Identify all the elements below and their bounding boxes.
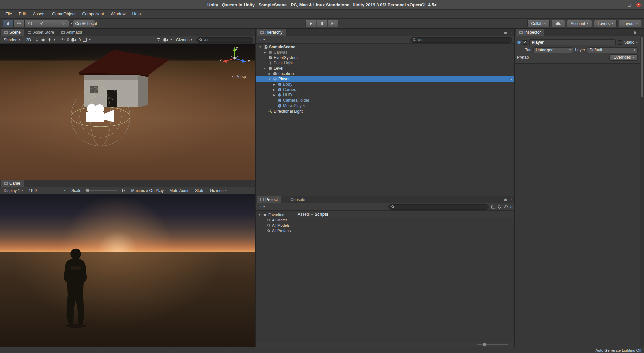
foldout-arrow[interactable]: ▼ — [263, 67, 267, 70]
hierarchy-item-camera[interactable]: ▶Camera — [256, 87, 514, 92]
project-tab-project[interactable]: Project — [257, 196, 281, 203]
scene-camera-icon[interactable] — [71, 38, 76, 42]
shading-mode-dropdown[interactable]: Shaded▾ — [2, 36, 22, 43]
layers-button[interactable]: Layers▾ — [594, 20, 617, 27]
grid-toggle-icon[interactable] — [83, 38, 87, 42]
hierarchy-item-hud[interactable]: ▶HUD — [256, 92, 514, 98]
panel-menu-icon[interactable]: ⋮ — [509, 30, 513, 34]
scene-tab-asset-store[interactable]: Asset Store — [24, 29, 58, 36]
perspective-toggle[interactable]: < Persp — [232, 74, 246, 79]
foldout-arrow[interactable]: ▼ — [267, 78, 272, 81]
hidden-objects-icon[interactable] — [60, 38, 65, 41]
step-button[interactable] — [328, 20, 339, 27]
2d-toggle[interactable]: 2D — [24, 36, 33, 43]
space-button[interactable]: Local — [84, 20, 95, 27]
auto-generate-lighting-button[interactable]: Auto Generate Lighting Off — [595, 348, 641, 352]
rect-tool[interactable] — [47, 20, 58, 27]
menu-window[interactable]: Window — [107, 10, 129, 18]
game-viewport[interactable] — [0, 194, 255, 347]
zoom-slider-thumb[interactable] — [483, 343, 486, 346]
close-icon[interactable]: ✕ — [636, 3, 641, 7]
breadcrumb-root[interactable]: Assets — [298, 212, 310, 217]
pause-button[interactable] — [317, 20, 328, 27]
scene-tab-scene[interactable]: Scene — [1, 29, 24, 36]
lighting-toggle-icon[interactable] — [35, 38, 39, 42]
panel-menu-icon[interactable]: ⋮ — [509, 197, 513, 202]
transform-tool[interactable] — [58, 20, 69, 27]
rotate-tool[interactable] — [25, 20, 36, 27]
maximize-on-play-button[interactable]: Maximize On Play — [130, 187, 166, 194]
tag-dropdown[interactable]: Untagged▾ — [533, 47, 573, 53]
foldout-arrow[interactable]: ▼ — [257, 213, 262, 216]
scale-slider-thumb[interactable] — [86, 189, 89, 192]
object-name-field[interactable]: Player — [529, 39, 616, 45]
panel-menu-icon[interactable]: ⋮ — [639, 30, 643, 34]
account-button[interactable]: Account▾ — [567, 20, 592, 27]
move-tool[interactable] — [14, 20, 25, 27]
camera-settings-icon[interactable] — [163, 38, 168, 42]
static-checkbox[interactable] — [618, 40, 622, 45]
foldout-arrow[interactable]: ▶ — [272, 88, 276, 91]
hierarchy-item-samplescene[interactable]: ▼SampleScene — [256, 44, 514, 50]
thumbnail-zoom-slider[interactable] — [477, 344, 508, 345]
hand-tool[interactable] — [3, 20, 14, 27]
game-tab-game[interactable]: Game — [1, 180, 24, 187]
stats-button[interactable]: Stats — [193, 187, 206, 194]
scrollbar-thumb[interactable] — [641, 37, 643, 97]
favorites-section[interactable]: ▼Favorites — [256, 212, 295, 217]
hierarchy-item-location[interactable]: ▶Location — [256, 71, 514, 76]
overrides-button[interactable]: Overrides▾ — [609, 54, 638, 61]
hierarchy-item-directional-light[interactable]: Directional Light — [256, 109, 514, 114]
scene-viewport[interactable]: x y z < Persp — [0, 44, 255, 180]
open-asset-icon[interactable] — [491, 205, 495, 209]
favorite-all-models[interactable]: All Models — [256, 223, 295, 228]
project-search-input[interactable] — [396, 205, 486, 209]
inspector-scrollbar[interactable] — [640, 36, 644, 347]
scale-slider[interactable] — [85, 190, 117, 191]
lock-icon[interactable] — [634, 30, 637, 34]
hierarchy-search-input[interactable] — [418, 38, 510, 42]
aspect-ratio-dropdown[interactable]: 16:9▾ — [27, 187, 67, 194]
prefab-open-arrow-icon[interactable]: › — [510, 77, 512, 81]
project-tab-console[interactable]: Console — [281, 196, 309, 203]
inspector-tab-inspector[interactable]: Inspector — [516, 29, 544, 36]
hierarchy-item-body[interactable]: ▶Body — [256, 82, 514, 87]
layout-button[interactable]: Layout▾ — [619, 20, 641, 27]
effects-toggle-icon[interactable] — [48, 38, 51, 42]
maximize-icon[interactable]: ▢ — [627, 2, 632, 7]
minimize-icon[interactable]: – — [618, 2, 622, 7]
menu-edit[interactable]: Edit — [15, 10, 29, 18]
scene-gizmos-dropdown[interactable]: Gizmos▾ — [174, 36, 194, 43]
panel-menu-icon[interactable]: ⋮ — [250, 181, 254, 185]
menu-gameobject[interactable]: GameObject — [49, 10, 79, 18]
chevron-down-icon[interactable]: ▾ — [636, 41, 638, 44]
panel-menu-icon[interactable]: ⋮ — [250, 30, 254, 34]
create-object-button[interactable]: +▾ — [258, 36, 267, 43]
active-checkbox[interactable] — [523, 40, 527, 45]
favorite-all-prefabs[interactable]: All Prefabs — [256, 228, 295, 233]
foldout-arrow[interactable]: ▶ — [263, 51, 267, 54]
display-dropdown[interactable]: Display 1▾ — [2, 187, 25, 194]
scale-tool[interactable] — [36, 20, 47, 27]
foldout-arrow[interactable]: ▼ — [258, 46, 262, 49]
asset-labels-icon[interactable] — [498, 205, 501, 209]
breadcrumb-current[interactable]: Scripts — [315, 212, 328, 217]
mute-audio-button[interactable]: Mute Audio — [168, 187, 191, 194]
menu-help[interactable]: Help — [129, 10, 144, 18]
hierarchy-tab-hierarchy[interactable]: Hierarchy — [257, 29, 286, 36]
foldout-arrow[interactable]: ▶ — [272, 83, 276, 86]
camera-gizmo[interactable] — [62, 82, 139, 152]
foldout-arrow[interactable]: ▶ — [267, 72, 272, 75]
hierarchy-item-cameraholder[interactable]: CameraHolder — [256, 98, 514, 103]
menu-assets[interactable]: Assets — [29, 10, 49, 18]
menu-component[interactable]: Component — [79, 10, 107, 18]
create-asset-button[interactable]: +▾ — [258, 203, 267, 210]
favorite-all-materials[interactable]: All Materials — [256, 217, 295, 223]
hierarchy-item-canvas[interactable]: ▶Canvas — [256, 50, 514, 55]
hierarchy-item-eventsystem[interactable]: EventSystem — [256, 55, 514, 60]
collab-button[interactable]: Collab▾ — [527, 20, 550, 27]
audio-toggle-icon[interactable] — [41, 38, 45, 42]
play-button[interactable] — [306, 20, 317, 27]
hierarchy-item-level[interactable]: ▼Level — [256, 66, 514, 71]
scene-tools-icon[interactable] — [156, 38, 161, 42]
